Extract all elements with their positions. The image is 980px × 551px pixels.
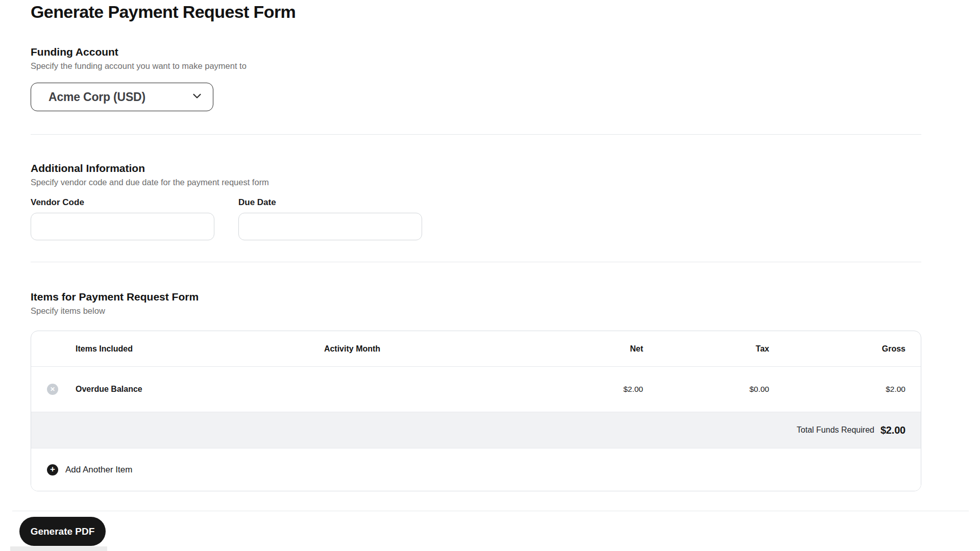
items-heading: Items for Payment Request Form (31, 290, 199, 304)
funding-account-section: Funding Account Specify the funding acco… (31, 45, 247, 72)
plus-glyph: + (50, 465, 55, 473)
remove-item-cell: ✕ (31, 384, 74, 395)
due-date-field-group: Due Date (238, 197, 422, 240)
funding-account-subtitle: Specify the funding account you want to … (31, 60, 247, 72)
total-funds-value: $2.00 (880, 424, 905, 436)
total-funds-row: Total Funds Required $2.00 (31, 412, 921, 448)
vendor-code-field-group: Vendor Code (31, 197, 214, 240)
funding-account-heading: Funding Account (31, 45, 247, 59)
total-funds-label: Total Funds Required (797, 425, 874, 435)
column-header-tax: Tax (643, 344, 769, 354)
additional-fields-row: Vendor Code Due Date (31, 197, 422, 240)
additional-information-section: Additional Information Specify vendor co… (31, 161, 422, 240)
funding-account-selected-value: Acme Corp (USD) (48, 90, 145, 104)
section-divider (31, 262, 921, 262)
additional-information-heading: Additional Information (31, 161, 422, 175)
add-another-item-label: Add Another Item (65, 465, 132, 475)
item-net-value: $2.00 (447, 385, 643, 394)
due-date-label: Due Date (238, 197, 422, 208)
items-table-card: Items Included Activity Month Net Tax Gr… (31, 331, 921, 491)
payment-request-page: Generate Payment Request Form Funding Ac… (0, 0, 980, 551)
due-date-input[interactable] (238, 213, 422, 240)
generate-pdf-button[interactable]: Generate PDF (19, 517, 106, 546)
footer-divider (12, 511, 969, 511)
items-table-header-row: Items Included Activity Month Net Tax Gr… (31, 331, 921, 366)
vendor-code-input[interactable] (31, 213, 214, 240)
item-name: Overdue Balance (74, 385, 258, 394)
column-header-activity-month: Activity Month (258, 344, 447, 354)
chevron-down-icon (191, 90, 203, 104)
funding-account-select[interactable]: Acme Corp (USD) (31, 83, 213, 111)
bottom-edge-artifact (10, 546, 107, 551)
item-tax-value: $0.00 (643, 385, 769, 394)
items-section: Items for Payment Request Form Specify i… (31, 290, 199, 317)
page-title: Generate Payment Request Form (31, 0, 296, 23)
remove-x-icon[interactable]: ✕ (47, 384, 58, 395)
column-header-items-included: Items Included (74, 344, 258, 354)
table-row: ✕ Overdue Balance $2.00 $0.00 $2.00 (31, 366, 921, 412)
vendor-code-label: Vendor Code (31, 197, 214, 208)
add-another-item-button[interactable]: + Add Another Item (31, 448, 921, 491)
items-subtitle: Specify items below (31, 305, 199, 317)
column-header-net: Net (447, 344, 643, 354)
column-header-gross: Gross (769, 344, 905, 354)
x-glyph: ✕ (50, 386, 55, 392)
plus-icon: + (47, 464, 58, 475)
additional-information-subtitle: Specify vendor code and due date for the… (31, 177, 422, 188)
item-gross-value: $2.00 (769, 385, 905, 394)
section-divider (31, 134, 921, 135)
